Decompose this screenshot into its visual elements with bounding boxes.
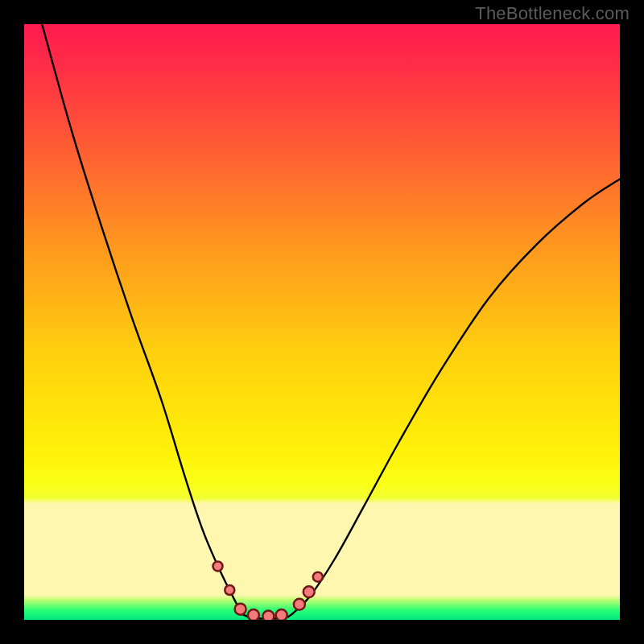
marker-5 xyxy=(276,609,287,620)
marker-7 xyxy=(303,586,315,597)
chart-svg xyxy=(24,24,620,620)
marker-6 xyxy=(294,599,305,610)
marker-4 xyxy=(262,611,274,620)
marker-8 xyxy=(313,572,323,582)
marker-3 xyxy=(248,609,259,620)
marker-0 xyxy=(213,561,223,571)
plot-area xyxy=(24,24,620,620)
marker-2 xyxy=(235,604,246,615)
gradient-background xyxy=(24,24,620,620)
watermark-text: TheBottleneck.com xyxy=(475,3,630,24)
marker-1 xyxy=(225,585,234,595)
outer-frame: TheBottleneck.com xyxy=(0,0,644,644)
